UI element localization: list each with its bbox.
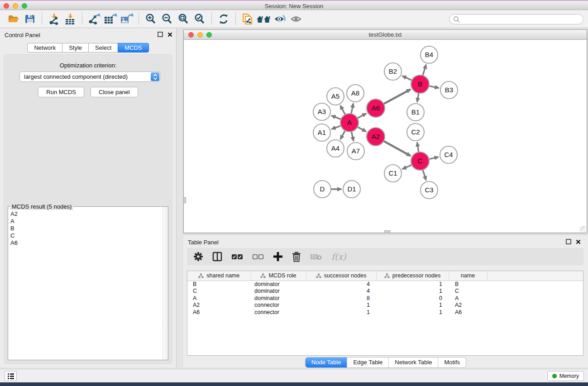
column-header-shared-name[interactable]: shared name bbox=[187, 271, 251, 281]
table-settings-gear-icon[interactable] bbox=[193, 252, 203, 262]
cell-predecessor-nodes[interactable]: 1 bbox=[376, 281, 449, 288]
cell-successor-nodes[interactable]: 1 bbox=[306, 309, 376, 316]
cell-mcds-role[interactable]: connector bbox=[251, 309, 306, 316]
cell-shared-name[interactable]: A6 bbox=[187, 309, 251, 316]
cell-mcds-role[interactable]: connector bbox=[251, 302, 306, 309]
table-row[interactable]: Bdominator41B bbox=[187, 281, 583, 288]
cell-successor-nodes[interactable]: 1 bbox=[306, 302, 376, 309]
optimization-criterion-dropdown[interactable]: largest connected component (directed) bbox=[19, 71, 160, 82]
result-item[interactable]: C bbox=[10, 232, 160, 239]
node-A7[interactable]: A7 bbox=[347, 143, 364, 160]
zoom-selected-button[interactable] bbox=[191, 12, 208, 26]
save-session-button[interactable] bbox=[22, 12, 38, 26]
node-C1[interactable]: C1 bbox=[384, 165, 402, 182]
export-network-button[interactable] bbox=[86, 12, 102, 26]
import-network-button[interactable] bbox=[46, 12, 62, 26]
network-canvas[interactable]: B4B2BB3B1A5A8A6A3AA1C2A2A4A7CC4C1C3DD1 bbox=[184, 40, 587, 233]
column-header-name[interactable]: name bbox=[449, 271, 487, 281]
cell-name[interactable]: B bbox=[449, 281, 487, 288]
cell-shared-name[interactable]: B bbox=[187, 281, 251, 288]
node-C[interactable]: C bbox=[411, 152, 429, 170]
node-A8[interactable]: A8 bbox=[347, 85, 364, 102]
tab-mcds[interactable]: MCDS bbox=[118, 43, 148, 52]
frame-bottom-grip[interactable] bbox=[384, 230, 390, 233]
frame-left-grip[interactable] bbox=[183, 197, 186, 203]
node-B[interactable]: B bbox=[411, 75, 429, 93]
first-neighbors-button[interactable] bbox=[256, 12, 272, 26]
cell-successor-nodes[interactable]: 4 bbox=[306, 281, 376, 288]
run-mcds-button[interactable]: Run MCDS bbox=[38, 87, 84, 97]
export-table-button[interactable] bbox=[102, 12, 119, 26]
cell-name[interactable]: A bbox=[449, 295, 487, 302]
new-network-from-selection-button[interactable] bbox=[239, 12, 256, 26]
result-item[interactable]: A bbox=[10, 218, 160, 225]
memory-button[interactable]: Memory bbox=[547, 371, 584, 381]
node-A4[interactable]: A4 bbox=[327, 140, 344, 157]
zoom-fit-button[interactable] bbox=[175, 12, 191, 26]
export-image-button[interactable] bbox=[119, 12, 135, 26]
tab-edge-table[interactable]: Edge Table bbox=[347, 357, 388, 367]
cell-mcds-role[interactable]: dominator bbox=[251, 295, 306, 302]
node-A5[interactable]: A5 bbox=[327, 88, 344, 105]
cell-shared-name[interactable]: A2 bbox=[187, 302, 251, 309]
cell-predecessor-nodes[interactable]: 1 bbox=[376, 288, 449, 295]
task-history-button[interactable] bbox=[5, 371, 17, 381]
node-B1[interactable]: B1 bbox=[407, 104, 424, 121]
network-window-titlebar[interactable]: testGlobe.txt bbox=[184, 30, 587, 40]
cell-predecessor-nodes[interactable]: 1 bbox=[376, 302, 449, 309]
frame-resize-grip[interactable] bbox=[580, 226, 586, 232]
node-A6[interactable]: A6 bbox=[367, 99, 385, 117]
column-header-predecessor-nodes[interactable]: predecessor nodes bbox=[376, 271, 449, 281]
cell-mcds-role[interactable]: dominator bbox=[251, 288, 306, 295]
node-A2[interactable]: A2 bbox=[367, 128, 385, 146]
zoom-in-button[interactable] bbox=[143, 12, 159, 26]
cell-mcds-role[interactable]: dominator bbox=[251, 281, 306, 288]
column-header-mcds-role[interactable]: MCDS role bbox=[251, 271, 306, 281]
tab-motifs[interactable]: Motifs bbox=[438, 357, 466, 367]
cell-name[interactable]: C bbox=[449, 288, 487, 295]
float-table-panel-icon[interactable] bbox=[566, 239, 571, 244]
close-panel-icon[interactable] bbox=[167, 32, 172, 37]
result-item[interactable]: A6 bbox=[10, 239, 160, 247]
hide-selected-button[interactable] bbox=[272, 12, 288, 26]
cell-predecessor-nodes[interactable]: 1 bbox=[376, 309, 449, 316]
float-panel-icon[interactable] bbox=[158, 32, 163, 37]
cell-name[interactable]: A2 bbox=[449, 302, 487, 309]
close-panel-button[interactable]: Close panel bbox=[91, 87, 138, 97]
node-B4[interactable]: B4 bbox=[421, 46, 438, 63]
delete-columns-trash-icon[interactable] bbox=[292, 252, 301, 262]
unselect-all-checkboxes-icon[interactable] bbox=[252, 253, 264, 260]
cell-successor-nodes[interactable]: 4 bbox=[306, 288, 376, 295]
cell-name[interactable]: A6 bbox=[449, 309, 487, 316]
table-row[interactable]: Adominator80A bbox=[187, 295, 583, 302]
open-file-button[interactable] bbox=[5, 12, 22, 26]
column-header-successor-nodes[interactable]: successor nodes bbox=[306, 271, 376, 281]
table-row[interactable]: A2connector11A2 bbox=[187, 302, 583, 309]
node-B2[interactable]: B2 bbox=[384, 63, 402, 80]
apply-layout-refresh-button[interactable] bbox=[215, 12, 232, 26]
node-D[interactable]: D bbox=[314, 181, 331, 198]
import-table-button[interactable] bbox=[62, 12, 78, 26]
select-all-checkboxes-icon[interactable] bbox=[231, 253, 243, 260]
cell-successor-nodes[interactable]: 8 bbox=[306, 295, 376, 302]
tab-node-table[interactable]: Node Table bbox=[306, 357, 347, 367]
add-column-icon[interactable] bbox=[273, 252, 283, 262]
cell-shared-name[interactable]: A bbox=[187, 295, 251, 302]
tab-select[interactable]: Select bbox=[88, 43, 118, 52]
show-all-button[interactable] bbox=[288, 12, 305, 26]
show-columns-icon[interactable] bbox=[212, 252, 222, 262]
table-row[interactable]: A6connector11A6 bbox=[187, 309, 583, 316]
tab-network-table[interactable]: Network Table bbox=[388, 357, 438, 367]
search-input[interactable] bbox=[460, 15, 583, 24]
node-C3[interactable]: C3 bbox=[421, 181, 438, 199]
node-A3[interactable]: A3 bbox=[313, 103, 330, 120]
cell-predecessor-nodes[interactable]: 0 bbox=[376, 295, 449, 302]
table-row[interactable]: Cdominator41C bbox=[187, 288, 583, 295]
cell-shared-name[interactable]: C bbox=[187, 288, 251, 295]
tab-network[interactable]: Network bbox=[27, 43, 62, 52]
node-A1[interactable]: A1 bbox=[313, 124, 330, 141]
close-table-panel-icon[interactable] bbox=[576, 239, 581, 244]
result-item[interactable]: B bbox=[10, 225, 160, 232]
node-C4[interactable]: C4 bbox=[440, 146, 457, 163]
tab-style[interactable]: Style bbox=[62, 43, 89, 52]
